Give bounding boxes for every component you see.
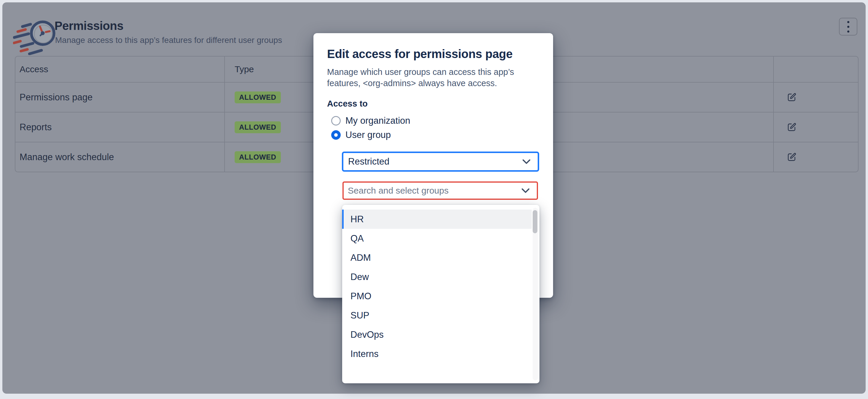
radio-label: My organization <box>345 115 410 126</box>
group-search-combobox[interactable] <box>342 181 538 200</box>
status-badge: ALLOWED <box>235 121 281 133</box>
chevron-down-icon <box>522 159 531 164</box>
group-options-listbox: HR QA ADM Dew PMO SUP DevOps Interns <box>342 205 539 383</box>
group-option-pmo[interactable]: PMO <box>342 287 532 306</box>
edit-button[interactable] <box>786 92 797 103</box>
access-cell: Manage work schedule <box>20 152 114 163</box>
group-option-dew[interactable]: Dew <box>342 267 532 287</box>
status-badge: ALLOWED <box>235 92 281 103</box>
group-option-qa[interactable]: QA <box>342 229 532 248</box>
listbox-scrollbar-track[interactable] <box>533 208 538 380</box>
group-search-input[interactable] <box>348 186 521 196</box>
access-to-label: Access to <box>327 99 368 109</box>
radio-unselected-icon[interactable] <box>331 116 341 126</box>
speedy-clock-logo-icon <box>13 16 60 55</box>
more-actions-button[interactable] <box>839 18 857 35</box>
access-cell: Reports <box>20 122 52 133</box>
group-option-hr[interactable]: HR <box>342 209 532 229</box>
column-header-type: Type <box>235 64 254 74</box>
page-title: Permissions <box>55 19 123 33</box>
group-option-interns[interactable]: Interns <box>342 344 532 364</box>
edit-icon <box>786 92 797 103</box>
modal-description: Manage which user groups can access this… <box>327 66 534 89</box>
edit-icon <box>786 122 797 133</box>
radio-label: User group <box>345 130 391 140</box>
radio-option-my-organization[interactable]: My organization <box>331 115 410 126</box>
radio-selected-icon[interactable] <box>331 130 341 140</box>
group-option-adm[interactable]: ADM <box>342 248 532 267</box>
status-badge: ALLOWED <box>235 151 281 163</box>
access-cell: Permissions page <box>20 92 92 103</box>
edit-button[interactable] <box>786 152 797 163</box>
modal-title: Edit access for permissions page <box>327 47 513 61</box>
restriction-select-value: Restricted <box>348 156 522 167</box>
restriction-select[interactable]: Restricted <box>342 152 539 172</box>
column-header-access: Access <box>20 64 48 74</box>
screen: Permissions Manage access to this app’s … <box>0 0 868 399</box>
listbox-scrollbar-thumb[interactable] <box>533 210 537 233</box>
group-option-devops[interactable]: DevOps <box>342 325 532 344</box>
group-option-sup[interactable]: SUP <box>342 306 532 325</box>
page-subtitle: Manage access to this app’s features for… <box>55 35 282 45</box>
chevron-down-icon <box>521 188 530 193</box>
edit-button[interactable] <box>786 122 797 133</box>
edit-icon <box>786 152 797 163</box>
radio-option-user-group[interactable]: User group <box>331 130 391 140</box>
